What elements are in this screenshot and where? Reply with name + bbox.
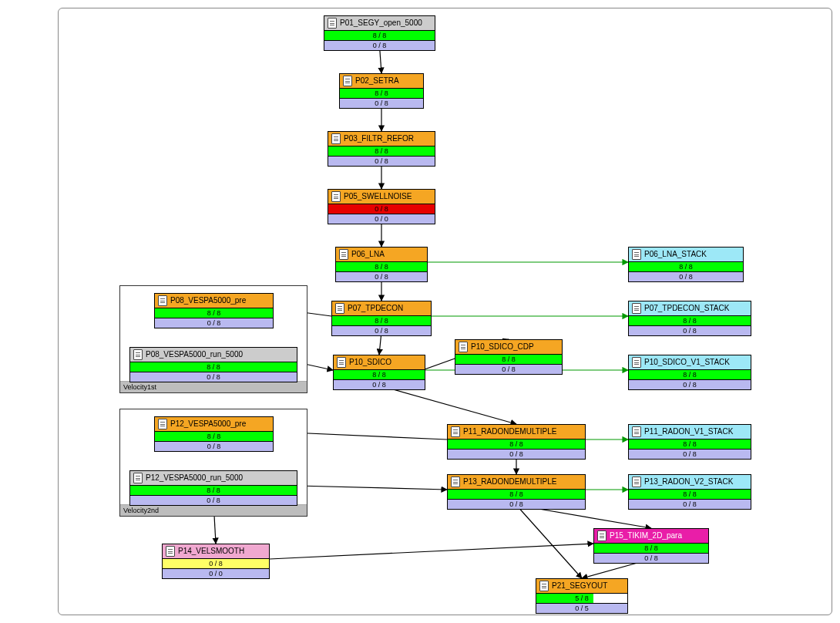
canvas: Velocity1stVelocity2ndP01_SEGY_open_5000… [0,0,840,623]
progress-label: 8 / 8 [509,490,523,498]
node-title[interactable]: P07_TPDECON [331,301,432,316]
node-p14[interactable]: P14_VELSMOOTH0 / 80 / 0 [162,544,270,579]
node-p15[interactable]: P15_TIKIM_2D_para8 / 80 / 8 [593,528,709,564]
node-p08p[interactable]: P08_VESPA5000_pre8 / 80 / 8 [154,293,274,328]
document-icon [632,477,641,487]
node-p07s[interactable]: P07_TPDECON_STACK8 / 80 / 8 [628,301,751,336]
node-title[interactable]: P12_VESPA5000_pre [154,416,274,432]
progress-bar-2: 0 / 8 [331,326,432,336]
node-p21[interactable]: P21_SEGYOUT5 / 80 / 5 [536,578,628,614]
progress-bar-1: 8 / 8 [593,544,709,554]
node-p13[interactable]: P13_RADONDEMULTIPLE8 / 80 / 8 [447,474,586,510]
node-p12r[interactable]: P12_VESPA5000_run_50008 / 80 / 8 [129,470,297,506]
progress-label: 0 / 8 [509,450,523,458]
progress-label: 0 / 8 [375,327,388,335]
progress-label: 8 / 8 [375,147,388,155]
node-title[interactable]: P08_VESPA5000_run_5000 [129,347,297,362]
node-p10s[interactable]: P10_SDICO_V1_STACK8 / 80 / 8 [628,355,751,390]
node-title[interactable]: P14_VELSMOOTH [162,544,270,559]
document-icon [339,249,348,260]
node-title[interactable]: P05_SWELLNOISE [328,189,435,204]
node-title[interactable]: P10_SDICO_CDP [455,339,563,355]
node-title[interactable]: P07_TPDECON_STACK [628,301,751,316]
node-title-text: P13_RADONDEMULTIPLE [463,477,557,487]
document-icon [166,546,175,557]
progress-bar-2: 0 / 8 [335,272,428,282]
progress-label: 0 / 0 [209,570,223,578]
progress-bar-1: 8 / 8 [628,370,751,380]
progress-label: 0 / 8 [509,500,523,508]
node-title[interactable]: P01_SEGY_open_5000 [324,15,435,31]
node-title[interactable]: P15_TIKIM_2D_para [593,528,709,544]
progress-label: 0 / 8 [372,381,386,389]
node-p02[interactable]: P02_SETRA8 / 80 / 8 [339,73,424,109]
node-title[interactable]: P02_SETRA [339,73,424,89]
node-p03[interactable]: P03_FILTR_REFOR8 / 80 / 8 [328,131,435,167]
document-icon [331,133,341,144]
node-title[interactable]: P11_RADON_V1_STACK [628,424,751,439]
document-icon [459,342,468,352]
progress-bar-1: 0 / 8 [328,204,435,214]
node-title[interactable]: P11_RADONDEMULTIPLE [447,424,586,439]
progress-bar-1: 8 / 8 [129,362,297,372]
progress-bar-2: 0 / 8 [324,41,435,51]
progress-bar-1: 8 / 8 [339,89,424,99]
node-title[interactable]: P21_SEGYOUT [536,578,628,594]
node-title-text: P12_VESPA5000_pre [170,419,246,429]
node-title[interactable]: P08_VESPA5000_pre [154,293,274,308]
node-p01[interactable]: P01_SEGY_open_50008 / 80 / 8 [324,15,435,51]
progress-bar-2: 0 / 8 [628,326,751,336]
progress-bar-1: 8 / 8 [447,439,586,450]
node-p11[interactable]: P11_RADONDEMULTIPLE8 / 80 / 8 [447,424,586,460]
node-p10[interactable]: P10_SDICO8 / 80 / 8 [333,355,425,390]
progress-bar-1: 0 / 8 [162,559,270,569]
node-title[interactable]: P03_FILTR_REFOR [328,131,435,146]
node-p10c[interactable]: P10_SDICO_CDP8 / 80 / 8 [455,339,563,375]
progress-bar-2: 0 / 8 [628,500,751,510]
node-title[interactable]: P06_LNA_STACK [628,247,744,262]
progress-label: 8 / 8 [375,263,388,271]
progress-label: 0 / 5 [575,604,589,612]
progress-label: 0 / 8 [375,99,388,107]
node-title-text: P07_TPDECON [348,303,403,314]
progress-label: 8 / 8 [683,371,697,379]
node-p11s[interactable]: P11_RADON_V1_STACK8 / 80 / 8 [628,424,751,460]
progress-label: 0 / 8 [683,381,697,389]
node-p07[interactable]: P07_TPDECON8 / 80 / 8 [331,301,432,336]
progress-bar-1: 8 / 8 [154,432,274,442]
progress-label: 0 / 8 [375,205,388,213]
document-icon [343,76,352,86]
node-p06s[interactable]: P06_LNA_STACK8 / 80 / 8 [628,247,744,282]
node-title[interactable]: P12_VESPA5000_run_5000 [129,470,297,486]
document-icon [158,419,167,429]
progress-bar-2: 0 / 0 [328,214,435,224]
node-title-text: P10_SDICO [349,357,391,368]
node-title[interactable]: P10_SDICO [333,355,425,370]
node-p13s[interactable]: P13_RADON_V2_STACK8 / 80 / 8 [628,474,751,510]
node-title[interactable]: P13_RADON_V2_STACK [628,474,751,490]
progress-label: 0 / 8 [679,273,693,281]
node-title-text: P14_VELSMOOTH [178,546,244,557]
progress-bar-2: 0 / 8 [628,272,744,282]
document-icon [632,357,641,368]
node-title[interactable]: P13_RADONDEMULTIPLE [447,474,586,490]
progress-bar-1: 8 / 8 [129,486,297,496]
node-title-text: P10_SDICO_V1_STACK [644,357,730,368]
progress-bar-2: 0 / 0 [162,569,270,579]
node-title-text: P02_SETRA [355,76,399,86]
node-title[interactable]: P10_SDICO_V1_STACK [628,355,751,370]
progress-label: 8 / 8 [644,544,658,552]
node-p12p[interactable]: P12_VESPA5000_pre8 / 80 / 8 [154,416,274,452]
node-title-text: P15_TIKIM_2D_para [610,530,682,541]
progress-bar-2: 0 / 8 [447,450,586,460]
node-p08r[interactable]: P08_VESPA5000_run_50008 / 80 / 8 [129,347,297,382]
progress-bar-1: 8 / 8 [324,31,435,41]
node-title-text: P03_FILTR_REFOR [344,133,414,144]
node-title-text: P13_RADON_V2_STACK [644,477,733,487]
progress-bar-2: 0 / 8 [328,157,435,167]
document-icon [337,357,346,368]
progress-bar-1: 8 / 8 [331,316,432,326]
node-p05[interactable]: P05_SWELLNOISE0 / 80 / 0 [328,189,435,224]
node-p06[interactable]: P06_LNA8 / 80 / 8 [335,247,428,282]
node-title[interactable]: P06_LNA [335,247,428,262]
